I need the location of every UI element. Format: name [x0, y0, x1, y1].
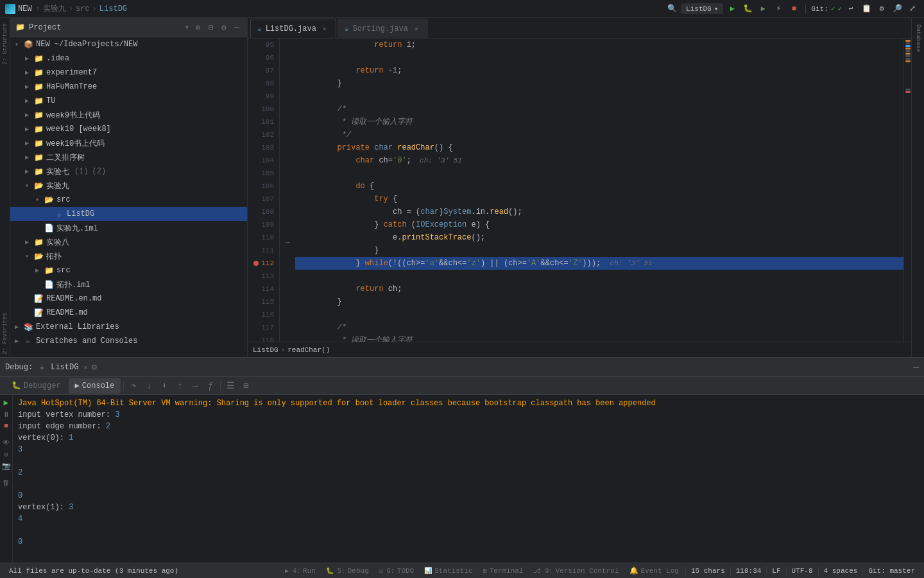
show-frames-btn[interactable]: ☰ — [223, 379, 237, 393]
tree-tuopu-src[interactable]: ▶ 📁 src — [10, 263, 247, 277]
console-empty-3 — [18, 525, 919, 536]
code-content[interactable]: return i; return -1; } /* * 读取一个输入字符 */ … — [295, 39, 903, 342]
history-icon[interactable]: 📋 — [860, 3, 873, 15]
tree-tuopu[interactable]: ▾ 📂 拓扑 — [10, 249, 247, 263]
tree-shiyan9iml[interactable]: ▶ 📄 实验九.iml — [10, 221, 247, 235]
tree-extlibs[interactable]: ▶ 📚 External Libraries — [10, 320, 247, 334]
bc-listdg[interactable]: ListDG — [99, 4, 127, 13]
stop-btn[interactable]: ■ — [1, 421, 12, 431]
shiyan7-badge2: (2) — [92, 167, 107, 176]
add-to-watches-btn[interactable]: 👁 — [1, 437, 12, 448]
breadcrumb-method[interactable]: readChar() — [287, 346, 330, 354]
tab-listdg[interactable]: ☕ ListDG.java ✕ — [250, 19, 336, 38]
console-val-3: 3 — [18, 444, 919, 455]
tree-idea[interactable]: ▶ 📁 .idea — [10, 51, 247, 66]
status-left: All files are up-to-date (3 minutes ago) — [5, 567, 280, 575]
idea-label: .idea — [46, 54, 69, 63]
event-log-btn[interactable]: 🔔 Event Log — [624, 564, 684, 578]
tree-binary[interactable]: ▶ 📁 二叉排序树 — [10, 150, 247, 164]
editor-scrollbar[interactable] — [903, 39, 911, 342]
tree-week10code[interactable]: ▶ 📁 week10书上代码 — [10, 136, 247, 150]
tree-readme-en[interactable]: ▶ 📝 README.en.md — [10, 292, 247, 306]
status-line-ending[interactable]: LF — [768, 567, 784, 575]
status-git-branch[interactable]: Git: master — [864, 567, 919, 575]
settings-icon[interactable]: ⚙ — [875, 3, 888, 15]
minimize-panel-icon[interactable]: — — [232, 22, 242, 33]
debug-session-close[interactable]: ✕ — [83, 363, 87, 371]
tree-tuopu-iml[interactable]: ▶ 📄 拓扑.iml — [10, 277, 247, 292]
vcs-tab-btn[interactable]: ⎇ 9: Version Control — [528, 564, 624, 578]
tree-week9[interactable]: ▶ 📁 week9书上代码 — [10, 108, 247, 122]
maximize-icon[interactable]: ⤢ — [906, 3, 919, 15]
gear-icon[interactable]: ⚙ — [219, 22, 229, 33]
run-tab-btn[interactable]: ▶ 4: Run — [280, 564, 321, 578]
status-chars[interactable]: 15 chars — [687, 567, 729, 575]
delete-btn[interactable]: 🗑 — [1, 477, 12, 487]
tree-readme[interactable]: ▶ 📝 README.md — [10, 306, 247, 320]
console-tab[interactable]: ▶ Console — [69, 378, 121, 394]
tree-shiyan7[interactable]: ▶ 📁 实验七 (1) (2) — [10, 164, 247, 179]
tree-tu[interactable]: ▶ 📁 TU — [10, 94, 247, 108]
status-file-status[interactable]: All files are up-to-date (3 minutes ago) — [5, 567, 182, 575]
tree-week10[interactable]: ▶ 📁 week10 [week8] — [10, 122, 247, 136]
run-config-selector[interactable]: ListDG ▾ — [681, 3, 723, 14]
tree-src[interactable]: ▾ 📂 src — [10, 193, 247, 207]
run-with-coverage-icon[interactable]: ▶ — [757, 3, 769, 15]
run-button[interactable]: ▶ — [726, 3, 739, 15]
ln-108: 108 — [256, 206, 274, 218]
search-icon[interactable]: 🔎 — [891, 3, 903, 15]
bc-shiyan9[interactable]: 实验九 — [43, 3, 66, 14]
structure-tab[interactable]: 2: Structure — [1, 21, 10, 67]
favorites-tab[interactable]: 2: Favorites — [1, 310, 10, 357]
tree-exp7[interactable]: ▶ 📁 experiment7 — [10, 66, 247, 80]
tree-shiyan9[interactable]: ▾ 📂 实验九 — [10, 179, 247, 193]
search-everywhere-icon[interactable]: 🔍 — [665, 3, 678, 15]
status-position[interactable]: 110:34 — [732, 567, 766, 575]
tab-sorting-icon: ☕ — [345, 24, 349, 33]
tree-hafuman[interactable]: ▶ 📁 HaFuManTree — [10, 80, 247, 94]
restore-layout-btn[interactable]: ⊞ — [239, 379, 253, 393]
tree-scratches[interactable]: ▶ ✏️ Scratches and Consoles — [10, 334, 247, 348]
step-into-my-code-btn[interactable]: ⬇ — [157, 379, 171, 393]
tree-listdg[interactable]: ▶ ☕ ListDG — [10, 207, 247, 221]
jump-to-source-btn[interactable]: ⊙ — [1, 449, 12, 459]
status-encoding[interactable]: UTF-8 — [788, 567, 817, 575]
step-into-btn[interactable]: ↓ — [142, 379, 156, 393]
evaluate-btn[interactable]: ƒ — [203, 379, 218, 393]
tuopu-src-label: src — [56, 266, 71, 275]
statistic-tab-btn[interactable]: 📊 Statistic — [419, 564, 477, 578]
todo-tab-btn[interactable]: ☑ 6: TODO — [374, 564, 419, 578]
resume-btn[interactable]: ▶ — [1, 398, 12, 408]
debug-settings-icon[interactable]: ⚙ — [91, 362, 96, 372]
terminal-tab-btn[interactable]: ⊞ Terminal — [478, 564, 529, 578]
debug-button[interactable]: 🐛 — [741, 3, 754, 15]
shiyan8-arrow: ▶ — [23, 238, 31, 246]
tab-listdg-close[interactable]: ✕ — [320, 24, 329, 33]
status-indent[interactable]: 4 spaces — [820, 567, 862, 575]
tree-shiyan8[interactable]: ▶ 📁 实验八 — [10, 235, 247, 249]
camera-btn[interactable]: 📷 — [1, 460, 12, 471]
step-over-btn[interactable]: ↷ — [126, 379, 141, 393]
pause-btn[interactable]: ⏸ — [1, 409, 12, 419]
profile-icon[interactable]: ⚡ — [772, 3, 785, 15]
tree-root[interactable]: ▾ 📦 NEW ~/IdeaProjects/NEW — [10, 37, 247, 51]
run-to-cursor-btn[interactable]: → — [188, 379, 202, 393]
tab-listdg-icon: ☕ — [257, 24, 262, 33]
tab-sorting-close[interactable]: ✕ — [412, 24, 421, 33]
database-tab[interactable]: Database — [914, 21, 923, 56]
readme-en-icon: 📝 — [33, 293, 44, 304]
locate-in-tree-icon[interactable]: ⊕ — [193, 22, 203, 33]
bc-src[interactable]: src — [76, 4, 90, 13]
app-brand: NEW — [5, 4, 32, 14]
exp7-arrow: ▶ — [23, 69, 31, 76]
debug-tab-btn[interactable]: 🐛 5: Debug — [321, 564, 374, 578]
tab-sorting[interactable]: ☕ Sorting.java ✕ — [338, 19, 428, 38]
collapse-all-icon[interactable]: ⊟ — [206, 22, 216, 33]
breadcrumb-listdg[interactable]: ListDG — [253, 346, 278, 354]
debugger-tab[interactable]: 🐛 Debugger — [5, 378, 67, 394]
step-out-btn[interactable]: ↑ — [173, 379, 187, 393]
stop-icon[interactable]: ■ — [787, 3, 800, 15]
update-icon[interactable]: ↩ — [844, 3, 857, 15]
console-output[interactable]: Java HotSpot(TM) 64-Bit Server VM warnin… — [13, 395, 924, 563]
debug-close-icon[interactable]: — — [914, 362, 919, 372]
